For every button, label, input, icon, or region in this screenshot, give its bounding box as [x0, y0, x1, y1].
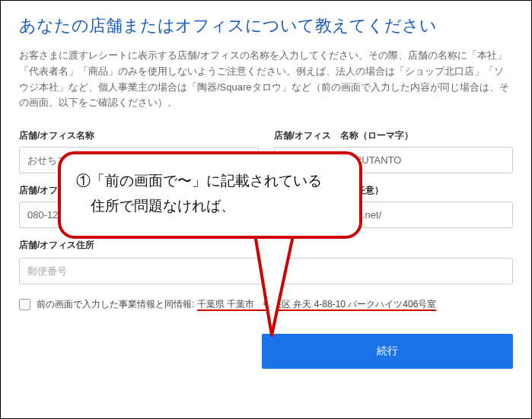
- continue-button[interactable]: 続行: [262, 334, 513, 369]
- callout-line-2: 住所で問題なければ、: [76, 193, 344, 218]
- previous-address-text: 千葉県 千葉市 中央区 弁天 4-88-10 パークハイツ406号室: [197, 299, 437, 311]
- annotation-callout: ①「前の画面で〜」に記載されている 住所で問題なければ、: [58, 151, 362, 239]
- store-name-roman-label: 店舗/オフィス 名称（ローマ字）: [274, 129, 514, 142]
- svg-marker-0: [253, 225, 295, 335]
- page-description: お客さまに渡すレシートに表示する店舗/オフィスの名称を入力してください。その際、…: [19, 48, 513, 111]
- same-as-previous-checkbox[interactable]: [19, 299, 30, 310]
- checkbox-label-prefix: 前の画面で入力した事業情報と同情報:: [37, 299, 197, 309]
- page-title: あなたの店舗またはオフィスについて教えてください: [19, 14, 513, 37]
- callout-line-1: ①「前の画面で〜」に記載されている: [76, 168, 344, 193]
- store-name-label: 店舗/オフィス名称: [19, 129, 259, 142]
- callout-tail-icon: [253, 225, 307, 339]
- previous-info-label: 前の画面で入力した事業情報と同情報: 千葉県 千葉市 中央区 弁天 4-88-1…: [37, 298, 436, 311]
